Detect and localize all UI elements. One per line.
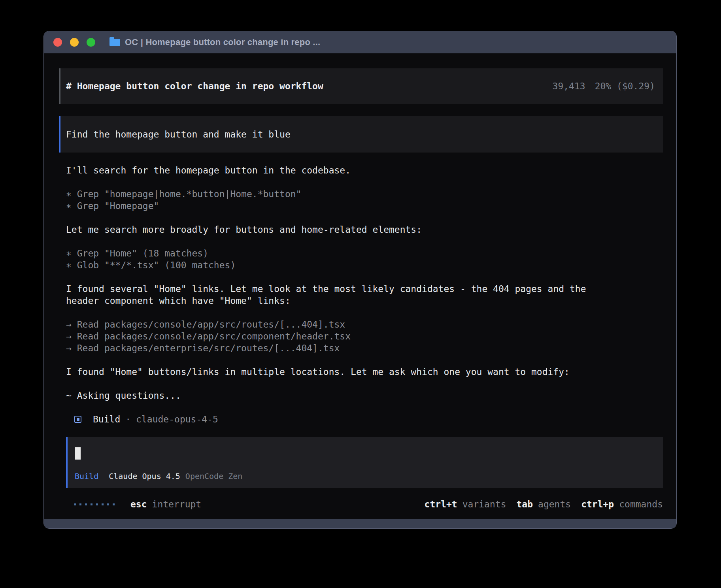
- separator-dot: ·: [125, 413, 131, 425]
- user-message: Find the homepage button and make it blu…: [59, 116, 663, 153]
- session-stats: 39,413 20% ($0.29): [553, 81, 655, 91]
- model-provider: OpenCode Zen: [185, 470, 243, 482]
- desktop-background: OC | Homepage button color change in rep…: [0, 0, 721, 588]
- status-left: esc interrupt: [74, 498, 201, 510]
- minimize-button[interactable]: [70, 38, 79, 47]
- tool-call-group: ∗ Grep "Home" (18 matches) ∗ Glob "**/*.…: [66, 247, 663, 271]
- editor-meta-row: Build Claude Opus 4.5 OpenCode Zen: [73, 470, 655, 482]
- session-title: # Homepage button color change in repo w…: [66, 81, 323, 91]
- terminal-content: # Homepage button color change in repo w…: [44, 53, 676, 519]
- active-agent[interactable]: Build: [75, 470, 98, 482]
- tool-call-group: ∗ Grep "homepage|home.*button|Home.*butt…: [66, 188, 663, 212]
- status-right: ctrl+t variants tab agents ctrl+p comman…: [425, 498, 663, 510]
- terminal-window: OC | Homepage button color change in rep…: [43, 31, 677, 529]
- hint-agents: tab agents: [516, 498, 571, 510]
- user-message-text: Find the homepage button and make it blu…: [66, 129, 291, 139]
- tool-call-grep: ∗ Grep "Homepage": [66, 200, 663, 212]
- session-header: # Homepage button color change in repo w…: [59, 68, 663, 104]
- agent-build-icon: [74, 416, 81, 423]
- token-count: 39,413: [553, 81, 585, 91]
- agent-status-line: Build · claude-opus-4-5: [66, 413, 663, 425]
- window-title: OC | Homepage button color change in rep…: [125, 37, 320, 47]
- tool-call-group: → Read packages/console/app/src/routes/[…: [66, 318, 663, 354]
- close-button[interactable]: [53, 38, 62, 47]
- tool-call-glob: ∗ Glob "**/*.tsx" (100 matches): [66, 259, 663, 271]
- esc-key-hint: esc: [130, 498, 147, 510]
- status-bar: esc interrupt ctrl+t variants tab agents: [66, 498, 663, 510]
- folder-icon: [109, 39, 120, 46]
- fullscreen-button[interactable]: [87, 38, 95, 47]
- assistant-paragraph: I found "Home" buttons/links in multiple…: [66, 366, 663, 378]
- assistant-response: I'll search for the homepage button in t…: [66, 164, 663, 510]
- prompt-input[interactable]: Build Claude Opus 4.5 OpenCode Zen: [66, 437, 663, 488]
- tool-call-read: → Read packages/console/app/src/routes/[…: [66, 318, 663, 330]
- esc-key-label: interrupt: [152, 498, 202, 510]
- tool-call-read: → Read packages/enterprise/src/routes/[.…: [66, 342, 663, 354]
- context-cost: 20% ($0.29): [595, 81, 655, 91]
- agent-name: Build: [93, 413, 120, 425]
- hint-variants: ctrl+t variants: [425, 498, 506, 510]
- window-titlebar: OC | Homepage button color change in rep…: [44, 31, 676, 53]
- tool-call-grep: ∗ Grep "Home" (18 matches): [66, 247, 663, 259]
- assistant-paragraph: I found several "Home" links. Let me loo…: [66, 283, 663, 307]
- assistant-paragraph: Let me search more broadly for buttons a…: [66, 224, 663, 236]
- window-footer-strip: [44, 519, 676, 528]
- tool-call-read: → Read packages/console/app/src/componen…: [66, 330, 663, 342]
- text-cursor: [75, 447, 81, 460]
- agent-model-id: claude-opus-4-5: [136, 413, 218, 425]
- assistant-paragraph: I'll search for the homepage button in t…: [66, 164, 663, 176]
- spinner-dots-icon: [74, 503, 115, 505]
- tool-call-grep: ∗ Grep "homepage|home.*button|Home.*butt…: [66, 188, 663, 200]
- hint-commands: ctrl+p commands: [581, 498, 663, 510]
- assistant-status-line: ~ Asking questions...: [66, 390, 663, 401]
- active-model[interactable]: Claude Opus 4.5: [109, 470, 180, 482]
